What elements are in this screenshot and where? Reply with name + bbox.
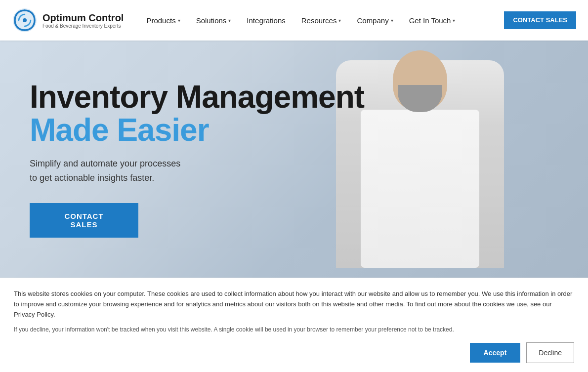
- hero-contact-sales-button[interactable]: CONTACT SALES: [30, 203, 138, 238]
- logo-icon: [12, 7, 38, 33]
- hero-title-line1: Inventory Management: [30, 81, 558, 114]
- logo[interactable]: Optimum Control Food & Beverage Inventor…: [12, 7, 124, 33]
- navbar: Optimum Control Food & Beverage Inventor…: [0, 0, 588, 41]
- chevron-down-icon: ▾: [338, 18, 341, 23]
- nav-solutions[interactable]: Solutions ▾: [189, 12, 238, 29]
- chevron-down-icon: ▾: [453, 18, 455, 23]
- brand-name: Optimum Control: [42, 12, 124, 23]
- nav-links: Products ▾ Solutions ▾ Integrations Reso…: [139, 12, 504, 29]
- brand-tagline: Food & Beverage Inventory Experts: [42, 23, 124, 29]
- cookie-decline-button[interactable]: Decline: [526, 342, 574, 363]
- cookie-main-text: This website stores cookies on your comp…: [14, 289, 574, 320]
- nav-get-in-touch[interactable]: Get In Touch ▾: [402, 12, 462, 29]
- nav-integrations[interactable]: Integrations: [240, 12, 292, 29]
- nav-contact-sales-button[interactable]: CONTACT SALES: [504, 11, 576, 30]
- chevron-down-icon: ▾: [391, 18, 393, 23]
- chevron-down-icon: ▾: [228, 18, 231, 23]
- nav-products[interactable]: Products ▾: [139, 12, 187, 29]
- svg-point-1: [23, 18, 27, 22]
- cookie-banner: This website stores cookies on your comp…: [0, 278, 588, 372]
- nav-resources[interactable]: Resources ▾: [294, 12, 348, 29]
- chevron-down-icon: ▾: [178, 18, 180, 23]
- cookie-secondary-text: If you decline, your information won't b…: [14, 325, 574, 334]
- nav-company[interactable]: Company ▾: [350, 12, 400, 29]
- hero-subtitle: Simplify and automate your processes to …: [30, 157, 237, 185]
- cookie-buttons: Accept Decline: [14, 342, 574, 363]
- logo-text: Optimum Control Food & Beverage Inventor…: [42, 12, 124, 29]
- hero-title-line2: Made Easier: [30, 114, 558, 147]
- cookie-accept-button[interactable]: Accept: [470, 343, 521, 363]
- hero-section: Inventory Management Made Easier Simplif…: [0, 41, 588, 278]
- hero-content: Inventory Management Made Easier Simplif…: [0, 41, 588, 278]
